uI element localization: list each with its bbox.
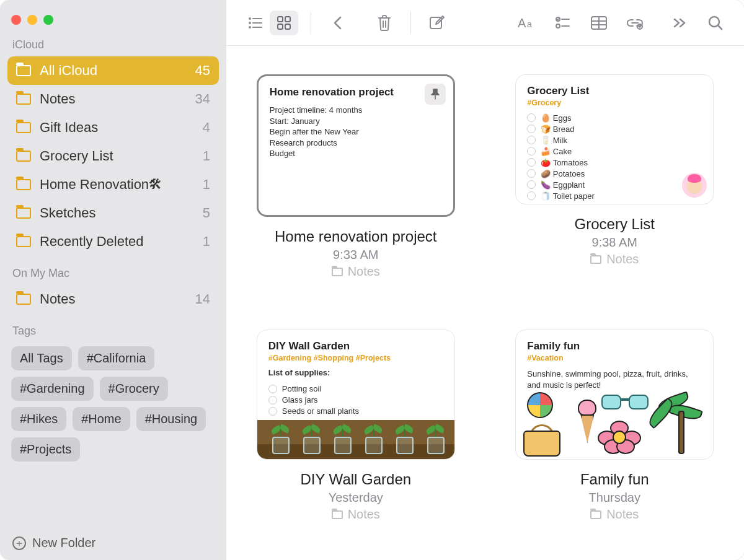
folder-row[interactable]: Notes34 [7,85,219,113]
folder-row[interactable]: Grocery List1 [7,142,219,170]
checkbox-icon [527,125,536,133]
folder-icon [16,179,31,190]
note-card[interactable]: Grocery List#Grocery🥚 Eggs🍞 Bread🥛 Milk🍰… [515,74,714,204]
note-card[interactable]: DIY Wall Garden#Gardening #Shopping #Pro… [257,330,455,460]
checklist-text: Potting soil [282,384,322,393]
tag[interactable]: #Hikes [11,407,66,431]
svg-text:a: a [527,19,532,29]
table-button[interactable] [585,11,613,35]
checklist-item: 🍞 Bread [527,123,702,134]
fun-art [523,388,706,457]
checklist: 🥚 Eggs🍞 Bread🥛 Milk🍰 Cake🍅 Tomatoes🥔 Pot… [527,112,702,201]
checkbox-icon [268,407,277,416]
folder-icon [590,510,601,519]
checklist-text: 🥚 Eggs [541,113,571,123]
tag[interactable]: #Home [73,407,130,431]
close-icon[interactable] [11,15,21,25]
note-folder: Notes [332,265,380,279]
back-button[interactable] [324,11,351,35]
list-view-button[interactable] [241,11,270,35]
checklist-item: 🍅 Tomatoes [527,157,702,168]
new-folder-button[interactable]: ＋ New Folder [7,532,219,554]
card-title: Grocery List [527,85,702,97]
zoom-icon[interactable] [43,15,53,25]
note-time: 9:33 AM [333,248,378,262]
checklist-item: 🍆 Eggplant [527,179,702,190]
folder-icon [332,268,343,276]
folder-count: 5 [203,205,210,221]
note-folder-label: Notes [606,507,639,522]
checklist-button[interactable] [549,11,577,35]
checklist-text: 🍆 Eggplant [541,180,585,190]
link-button[interactable] [621,11,649,35]
svg-rect-8 [278,24,283,29]
checklist-text: Glass jars [282,395,318,405]
folder-row[interactable]: Notes14 [7,285,219,313]
format-button[interactable]: Aa [513,11,541,35]
card-title: Home renovation project [270,86,442,98]
plus-circle-icon: ＋ [12,536,26,550]
search-button[interactable] [702,11,729,35]
note-card[interactable]: Family fun#VacationSunshine, swimming po… [515,330,714,460]
tags-container: All Tags#California#Gardening#Grocery#Hi… [7,343,219,465]
checklist-item: Seeds or small plants [268,406,443,417]
shared-avatar [682,173,707,198]
note-time: 9:38 AM [592,235,637,250]
tag[interactable]: #Housing [136,407,206,431]
svg-point-18 [556,24,560,28]
card-title: Family fun [527,340,702,352]
folder-row[interactable]: All iCloud45 [7,56,219,85]
tag[interactable]: #California [78,346,155,370]
minimize-icon[interactable] [27,15,37,25]
folder-row[interactable]: Gift Ideas4 [7,113,219,142]
checklist-item: 🥔 Potatoes [527,168,702,179]
checkbox-icon [527,136,536,144]
folder-name: Home Renovation🛠 [40,177,194,193]
note-title: DIY Wall Garden [300,471,411,488]
folder-row[interactable]: Home Renovation🛠1 [7,170,219,199]
checklist-item: 🧻 Toilet paper [527,190,702,201]
card-title: DIY Wall Garden [268,340,443,352]
separator [410,12,411,34]
folder-row[interactable]: Recently Deleted1 [7,227,219,256]
note-item: DIY Wall Garden#Gardening #Shopping #Pro… [251,330,461,548]
folder-icon [16,65,31,76]
section-label: On My Mac [7,267,219,285]
folder-name: Grocery List [40,148,194,164]
more-button[interactable] [666,11,693,35]
folder-icon [16,151,31,162]
checklist-text: 🥛 Milk [541,136,567,145]
checklist-text: Seeds or small plants [282,406,359,416]
folder-icon [16,94,31,105]
folder-count: 45 [195,63,210,79]
checklist-text: 🥔 Potatoes [541,169,585,178]
svg-rect-7 [285,17,290,22]
tag[interactable]: #Gardening [11,377,94,401]
folder-count: 1 [203,177,210,193]
card-tags: #Vacation [527,354,702,362]
tag[interactable]: All Tags [11,346,72,370]
checkbox-icon [527,191,536,200]
card-body: Project timeline: 4 monthsStart: January… [270,105,442,159]
checklist-item: 🥛 Milk [527,134,702,146]
folder-name: All iCloud [40,63,187,79]
note-title: Family fun [580,471,649,488]
new-note-button[interactable] [423,11,451,35]
tag[interactable]: #Projects [11,437,80,462]
tag[interactable]: #Grocery [100,377,168,401]
checkbox-icon [527,147,536,155]
folder-count: 14 [195,291,210,307]
note-card[interactable]: Home renovation projectProject timeline:… [257,74,455,217]
svg-rect-6 [278,17,283,22]
separator [311,12,311,34]
note-folder-label: Notes [348,265,380,279]
folder-row[interactable]: Sketches5 [7,199,219,227]
delete-button[interactable] [371,11,398,35]
card-tags: #Grocery [527,98,702,107]
folder-icon [16,236,31,247]
gallery-view-button[interactable] [270,11,298,35]
view-toggle [241,11,298,35]
svg-point-0 [249,18,250,19]
notes-grid: Home renovation projectProject timeline:… [226,46,744,560]
checklist-text: 🍞 Bread [541,125,574,134]
